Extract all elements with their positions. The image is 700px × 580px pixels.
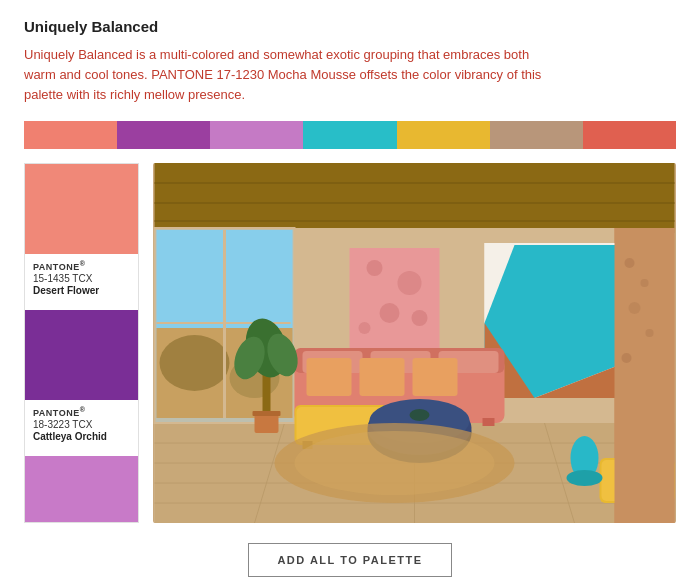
description-text: Uniquely Balanced is a multi-colored and… bbox=[24, 45, 564, 105]
svg-point-67 bbox=[641, 279, 649, 287]
swatch-pantone-label: PANTONE® bbox=[33, 406, 130, 418]
swatch-code: 18-3223 TCX bbox=[33, 419, 130, 430]
svg-point-34 bbox=[412, 310, 428, 326]
swatch-code: 15-1435 TCX bbox=[33, 273, 130, 284]
color-bar-segment bbox=[397, 121, 490, 149]
swatch-name: Cattleya Orchid bbox=[33, 431, 130, 442]
swatch-pantone-label: PANTONE® bbox=[33, 260, 130, 272]
svg-point-70 bbox=[622, 353, 632, 363]
color-bar-segment bbox=[490, 121, 583, 149]
svg-point-32 bbox=[380, 303, 400, 323]
swatch-name: Desert Flower bbox=[33, 285, 130, 296]
svg-point-69 bbox=[646, 329, 654, 337]
svg-rect-62 bbox=[253, 411, 281, 416]
swatch-item[interactable]: PANTONE®18-3223 TCXCattleya Orchid bbox=[25, 310, 138, 456]
swatch-color-block bbox=[25, 164, 138, 254]
swatch-color-block bbox=[25, 456, 138, 523]
content-area: PANTONE®15-1435 TCXDesert FlowerPANTONE®… bbox=[24, 163, 676, 523]
room-image-container bbox=[153, 163, 676, 523]
svg-point-33 bbox=[359, 322, 371, 334]
svg-point-66 bbox=[625, 258, 635, 268]
svg-point-52 bbox=[410, 409, 430, 421]
svg-rect-65 bbox=[615, 228, 675, 523]
color-bar bbox=[24, 121, 676, 149]
svg-rect-42 bbox=[413, 358, 458, 396]
color-bar-segment bbox=[210, 121, 303, 149]
button-area: ADD ALL TO PALETTE bbox=[24, 543, 676, 577]
svg-point-31 bbox=[398, 271, 422, 295]
svg-rect-44 bbox=[483, 418, 495, 426]
swatch-item[interactable]: PANTONE®15-1435 TCXDesert Flower bbox=[25, 164, 138, 310]
svg-rect-40 bbox=[307, 358, 352, 396]
swatch-sidebar[interactable]: PANTONE®15-1435 TCXDesert FlowerPANTONE®… bbox=[24, 163, 139, 523]
swatch-info: PANTONE®15-1435 TCXDesert Flower bbox=[25, 254, 138, 298]
svg-rect-1 bbox=[155, 163, 675, 233]
add-all-to-palette-button[interactable]: ADD ALL TO PALETTE bbox=[248, 543, 451, 577]
svg-point-30 bbox=[367, 260, 383, 276]
svg-point-68 bbox=[629, 302, 641, 314]
svg-point-18 bbox=[160, 335, 230, 391]
room-image bbox=[153, 163, 676, 523]
svg-point-56 bbox=[567, 470, 603, 486]
page-title: Uniquely Balanced bbox=[24, 18, 676, 35]
main-container: Uniquely Balanced Uniquely Balanced is a… bbox=[0, 0, 700, 580]
svg-rect-41 bbox=[360, 358, 405, 396]
color-bar-segment bbox=[303, 121, 396, 149]
color-bar-segment bbox=[117, 121, 210, 149]
swatch-item[interactable]: PANTONE®16-3520 TCXViolet Tulip bbox=[25, 456, 138, 523]
svg-point-64 bbox=[295, 431, 495, 495]
swatch-color-block bbox=[25, 310, 138, 400]
color-bar-segment bbox=[24, 121, 117, 149]
color-bar-segment bbox=[583, 121, 676, 149]
swatch-info: PANTONE®18-3223 TCXCattleya Orchid bbox=[25, 400, 138, 444]
